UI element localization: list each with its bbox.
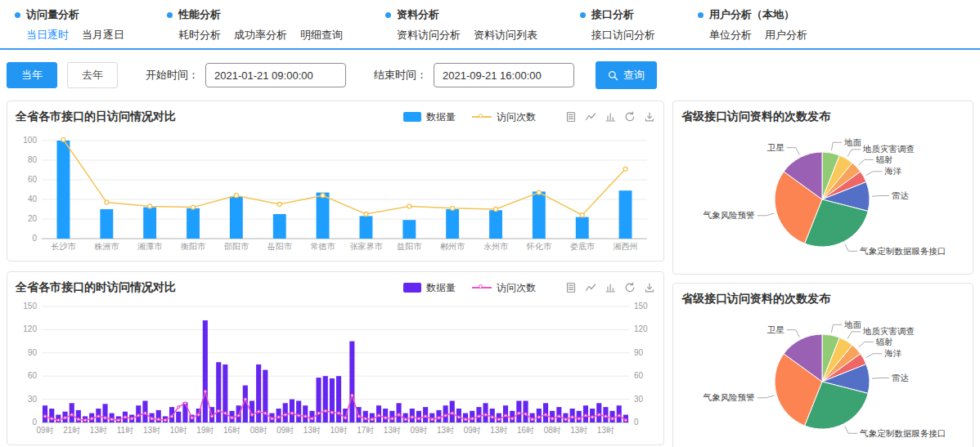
nav-group-title: 用户分析（本地） [698, 7, 807, 22]
legend-label: 数据量 [426, 281, 456, 295]
right-column: 省级接口访问资料的次数发布 地面地质灾害调查辐射海洋雷达气象定制数据服务接口气象… [672, 101, 973, 447]
svg-text:张家界市: 张家界市 [349, 242, 383, 251]
chart-toolbox [565, 282, 655, 293]
end-time-input[interactable] [434, 63, 574, 87]
restore-icon[interactable] [624, 111, 636, 123]
start-time-input[interactable] [205, 63, 346, 87]
legend-item-line[interactable]: 访问次数 [472, 281, 536, 295]
nav-link-month-daily[interactable]: 当月逐日 [82, 28, 124, 42]
svg-text:地面: 地面 [843, 137, 861, 147]
nav-group-title: 接口分析 [580, 7, 655, 22]
legend-item-bar[interactable]: 数据量 [403, 281, 456, 295]
svg-text:120: 120 [634, 324, 648, 333]
svg-text:永州市: 永州市 [483, 242, 509, 251]
svg-text:60: 60 [634, 371, 644, 380]
top-nav: 访问量分析 当日逐时 当月逐日 性能分析 耗时分析 成功率分析 明细查询 资料分… [0, 0, 980, 48]
svg-text:150: 150 [634, 302, 648, 311]
search-button[interactable]: 查询 [596, 61, 657, 89]
nav-group-title: 性能分析 [167, 7, 343, 22]
svg-text:60: 60 [28, 175, 38, 184]
svg-text:16时: 16时 [517, 426, 534, 435]
svg-text:09时: 09时 [37, 426, 54, 435]
svg-text:13时: 13时 [437, 426, 454, 435]
svg-text:40: 40 [28, 194, 38, 203]
filter-toolbar: 当年 去年 开始时间： 结束时间： 查询 [0, 50, 980, 101]
chart-legend: 数据量 访问次数 [403, 281, 536, 295]
start-time-label: 开始时间： [146, 68, 199, 83]
svg-text:09时: 09时 [410, 426, 427, 435]
svg-text:地质灾害调查: 地质灾害调查 [862, 326, 915, 336]
nav-group-users: 用户分析（本地） 单位分析 用户分析 [698, 7, 807, 42]
svg-text:湘潭市: 湘潭市 [137, 242, 163, 251]
bullet-icon [385, 12, 391, 18]
data-view-icon[interactable] [565, 111, 577, 123]
nav-group-label: 性能分析 [178, 7, 221, 22]
last-year-button[interactable]: 去年 [67, 62, 118, 88]
svg-text:10时: 10时 [330, 426, 348, 435]
legend-item-line[interactable]: 访问次数 [472, 110, 536, 124]
svg-text:60: 60 [28, 371, 38, 380]
download-icon[interactable] [644, 111, 655, 123]
this-year-button[interactable]: 当年 [7, 62, 57, 88]
nav-link-time-cost[interactable]: 耗时分析 [178, 28, 221, 42]
hourly-comparison-panel: 全省各市接口的时访问情况对比 数据量 访问次数 0030306060909012… [7, 271, 664, 445]
nav-link-today-hourly[interactable]: 当日逐时 [26, 28, 69, 42]
svg-text:21时: 21时 [63, 426, 80, 435]
svg-text:邵阳市: 邵阳市 [224, 242, 249, 251]
province-pie-chart-2: 地面地质灾害调查辐射海洋雷达气象定制数据服务接口气象风险预警卫星 [681, 311, 963, 447]
panel-title: 省级接口访问资料的次数发布 [681, 292, 830, 306]
svg-text:郴州市: 郴州市 [440, 242, 465, 251]
svg-text:辐射: 辐射 [876, 337, 893, 346]
line-chart-icon[interactable] [585, 282, 596, 293]
svg-text:岳阳市: 岳阳市 [267, 242, 293, 251]
svg-text:株洲市: 株洲市 [93, 242, 119, 251]
bullet-icon [698, 12, 704, 18]
nav-group-visits: 访问量分析 当日逐时 当月逐日 [15, 7, 124, 42]
search-icon [608, 70, 618, 81]
bullet-icon [580, 12, 586, 18]
svg-text:100: 100 [23, 136, 37, 145]
nav-link-data-access-list[interactable]: 资料访问列表 [474, 28, 537, 42]
nav-group-interface: 接口分析 接口访问分析 [580, 7, 655, 42]
svg-text:30: 30 [634, 395, 644, 404]
svg-text:益阳市: 益阳市 [397, 242, 422, 251]
panel-title: 全省各市接口的日访问情况对比 [16, 110, 176, 124]
left-column: 全省各市接口的日访问情况对比 数据量 访问次数 020406080100长沙市株… [7, 101, 664, 447]
bar-chart-icon[interactable] [605, 111, 616, 123]
svg-text:90: 90 [634, 348, 644, 357]
svg-text:09时: 09时 [464, 426, 481, 435]
svg-text:13时: 13时 [384, 426, 401, 435]
download-icon[interactable] [644, 282, 655, 293]
data-view-icon[interactable] [565, 282, 577, 293]
panel-title: 全省各市接口的时访问情况对比 [16, 280, 176, 295]
chart-toolbox [565, 111, 655, 123]
legend-label: 访问次数 [497, 281, 536, 295]
svg-text:13时: 13时 [303, 426, 321, 435]
line-chart-icon[interactable] [585, 111, 596, 123]
chart-legend: 数据量 访问次数 [403, 110, 536, 124]
svg-text:11时: 11时 [117, 426, 133, 435]
nav-link-unit-analysis[interactable]: 单位分析 [709, 28, 752, 42]
svg-text:气象定制数据服务接口: 气象定制数据服务接口 [859, 428, 946, 438]
nav-link-success-rate[interactable]: 成功率分析 [234, 28, 287, 42]
province-pie-panel-2: 省级接口访问资料的次数发布 地面地质灾害调查辐射海洋雷达气象定制数据服务接口气象… [672, 283, 973, 447]
svg-text:90: 90 [28, 348, 38, 357]
svg-text:怀化市: 怀化市 [526, 242, 552, 251]
restore-icon[interactable] [624, 282, 636, 293]
legend-line-swatch-icon [472, 116, 492, 118]
nav-link-data-access-analysis[interactable]: 资料访问分析 [397, 28, 461, 42]
nav-link-detail-query[interactable]: 明细查询 [300, 28, 343, 42]
nav-link-interface-access[interactable]: 接口访问分析 [591, 28, 655, 42]
svg-text:13时: 13时 [597, 426, 614, 435]
daily-comparison-panel: 全省各市接口的日访问情况对比 数据量 访问次数 020406080100长沙市株… [7, 101, 664, 261]
legend-label: 访问次数 [497, 110, 536, 124]
legend-item-bar[interactable]: 数据量 [403, 110, 456, 124]
svg-text:13时: 13时 [570, 426, 587, 435]
bar-chart-icon[interactable] [605, 282, 616, 293]
end-time-label: 结束时间： [374, 68, 427, 83]
nav-group-data: 资料分析 资料访问分析 资料访问列表 [385, 7, 537, 42]
svg-text:0: 0 [32, 234, 37, 243]
svg-text:衡阳市: 衡阳市 [180, 242, 206, 251]
nav-link-user-analysis[interactable]: 用户分析 [765, 28, 807, 42]
svg-text:17时: 17时 [357, 426, 374, 435]
